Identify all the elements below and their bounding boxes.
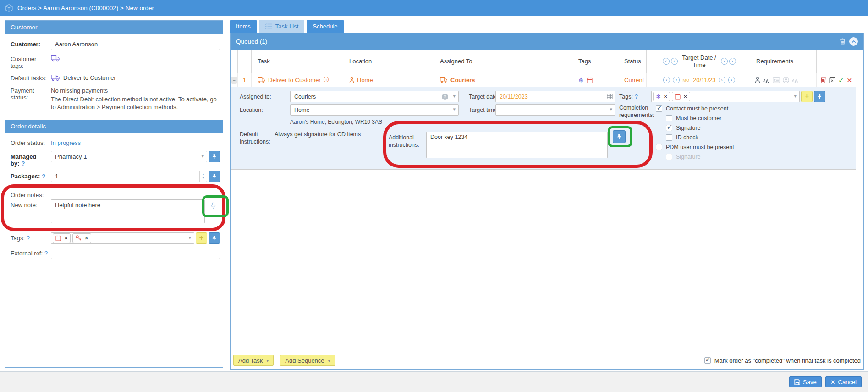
task-cell[interactable]: Deliver to Customer ⓘ <box>252 73 343 87</box>
checkbox[interactable] <box>666 115 672 121</box>
help-icon[interactable]: ? <box>44 250 48 257</box>
customer-input[interactable] <box>51 39 220 50</box>
target-date-input[interactable] <box>495 91 604 102</box>
remove-tag-icon[interactable]: ✕ <box>683 94 687 99</box>
managed-by-pin-button[interactable] <box>209 151 220 162</box>
target-time-label: Target time: <box>469 106 499 114</box>
payment-status-row: Payment status: No missing payments The … <box>5 85 223 111</box>
tags-pin-button[interactable] <box>209 232 220 244</box>
shift-date-earlier-icon[interactable] <box>671 58 678 65</box>
checkbox[interactable] <box>656 105 662 112</box>
help-icon[interactable]: ? <box>22 160 25 167</box>
calendar-x-icon[interactable] <box>829 77 835 83</box>
checkbox[interactable] <box>656 144 662 150</box>
mark-completed-label: Mark order as "completed" when final tas… <box>714 357 861 364</box>
packages-label: Packages:? <box>11 171 51 180</box>
customer-row: Customer: <box>5 39 223 50</box>
save-button[interactable]: Save <box>789 376 822 387</box>
remove-tag-icon[interactable]: ✕ <box>664 94 667 99</box>
shift-dates-later-icon[interactable] <box>729 58 736 65</box>
tag-chip-calendar[interactable]: ✕ <box>53 233 71 243</box>
requirement-item[interactable]: PDM user must be present <box>656 143 734 152</box>
collapse-section-icon[interactable] <box>849 37 858 46</box>
external-ref-input[interactable] <box>51 248 220 259</box>
order-details-section-header: Order details <box>5 120 223 133</box>
additional-instructions-pin-button[interactable] <box>613 130 626 143</box>
add-task-button[interactable]: Add Task <box>233 355 274 366</box>
remove-tag-icon[interactable]: ✕ <box>84 236 88 241</box>
new-note-pin-toggle[interactable] <box>206 199 220 212</box>
cancel-button[interactable]: ✕ Cancel <box>825 376 862 387</box>
tab-task-list[interactable]: Task List <box>259 20 305 33</box>
confirm-task-icon[interactable]: ✓ <box>838 76 844 84</box>
add-sequence-button[interactable]: Add Sequence <box>280 355 335 366</box>
packages-input[interactable] <box>51 171 207 182</box>
payment-status-note: The Direct Debit collection method is no… <box>51 96 220 111</box>
detail-tags-select[interactable]: ❄ ✕ ✕ <box>651 91 800 102</box>
location-select[interactable]: Home <box>290 104 459 116</box>
task-detail-panel: Assigned to: Couriers ✕ Target date: Tag… <box>231 87 856 170</box>
person-circle-icon <box>783 77 789 83</box>
task-row[interactable]: 1 Deliver to Customer ⓘ Home Couriers ❄ <box>231 73 856 87</box>
checkbox[interactable] <box>666 125 672 131</box>
help-icon[interactable]: ? <box>635 94 638 100</box>
delete-task-icon[interactable] <box>820 77 826 83</box>
remove-tag-icon[interactable]: ✕ <box>64 236 68 241</box>
assigned-to-select[interactable]: Couriers ✕ <box>290 91 459 102</box>
truck-icon <box>440 77 448 83</box>
add-tag-button[interactable]: + <box>196 232 207 244</box>
target-day: Mo <box>682 78 689 83</box>
floppy-icon <box>794 379 800 385</box>
target-time-select[interactable] <box>495 104 615 116</box>
order-status-value: In progress <box>51 137 220 146</box>
date-earlier-week-icon[interactable] <box>663 77 670 83</box>
cancel-task-icon[interactable]: ✕ <box>847 77 852 84</box>
location-address: Aaron's Home, Eckington, WR10 3AS <box>290 119 382 126</box>
help-icon[interactable]: ? <box>42 173 45 180</box>
new-note-textarea[interactable]: Helpful note here <box>51 199 205 223</box>
requirement-item[interactable]: Must be customer <box>666 114 734 123</box>
date-earlier-day-icon[interactable] <box>673 77 680 83</box>
shift-dates-earlier-icon[interactable] <box>663 58 670 65</box>
mark-completed-option[interactable]: Mark order as "completed" when final tas… <box>704 357 861 364</box>
customer-order-panel: Customer Customer: Customer tags: Defaul… <box>5 20 223 368</box>
tab-items[interactable]: Items <box>230 20 257 33</box>
shift-date-later-icon[interactable] <box>721 58 728 65</box>
default-instructions-value: Always get signature for CD items <box>275 131 361 138</box>
assigned-to-cell[interactable]: Couriers <box>434 73 572 87</box>
target-date-cell: Mo 20/11/23 <box>647 73 750 87</box>
info-icon[interactable]: ⓘ <box>324 76 329 84</box>
clear-assigned-icon[interactable]: ✕ <box>442 94 448 100</box>
tag-chip-key[interactable]: ✕ <box>72 233 91 243</box>
order-tags-select[interactable]: ✕ ✕ <box>51 232 194 244</box>
task-list-footer: Add Task Add Sequence Mark order as "com… <box>233 354 861 367</box>
grid-calendar-icon[interactable] <box>604 91 615 102</box>
drag-handle[interactable] <box>231 77 237 84</box>
packages-pin-button[interactable] <box>209 171 220 182</box>
tab-schedule[interactable]: Schedule <box>307 20 343 33</box>
additional-instructions-textarea[interactable]: Door key 1234 <box>426 132 608 158</box>
add-detail-tag-button[interactable]: + <box>801 91 813 102</box>
tag-chip-calendar[interactable]: ✕ <box>672 92 690 101</box>
help-icon[interactable]: ? <box>27 235 30 242</box>
calendar-icon <box>55 235 61 241</box>
col-tags: Tags <box>572 50 618 73</box>
row-actions-cell: ✓ ✕ <box>817 73 856 87</box>
key-icon <box>75 235 82 241</box>
breadcrumb[interactable]: Orders > Aaron Aaronson (C000002) > New … <box>17 5 154 11</box>
number-spinner[interactable] <box>199 171 207 182</box>
new-note-label: New note: <box>11 199 51 209</box>
requirement-item[interactable]: ID check <box>666 133 734 142</box>
requirement-item[interactable]: Contact must be present <box>656 104 734 113</box>
detail-tags-pin-button[interactable] <box>814 91 825 102</box>
location-cell[interactable]: Home <box>343 73 434 87</box>
managed-by-select[interactable]: Pharmacy 1 <box>51 151 207 162</box>
date-later-week-icon[interactable] <box>728 77 735 83</box>
mark-completed-checkbox[interactable] <box>704 357 711 364</box>
requirement-item[interactable]: Signature <box>666 123 734 133</box>
checkbox[interactable] <box>666 134 672 141</box>
date-later-day-icon[interactable] <box>719 77 725 83</box>
delete-queue-icon[interactable] <box>840 38 846 45</box>
tag-chip-snowflake[interactable]: ❄ ✕ <box>653 92 670 101</box>
requirements-cell <box>750 73 817 87</box>
